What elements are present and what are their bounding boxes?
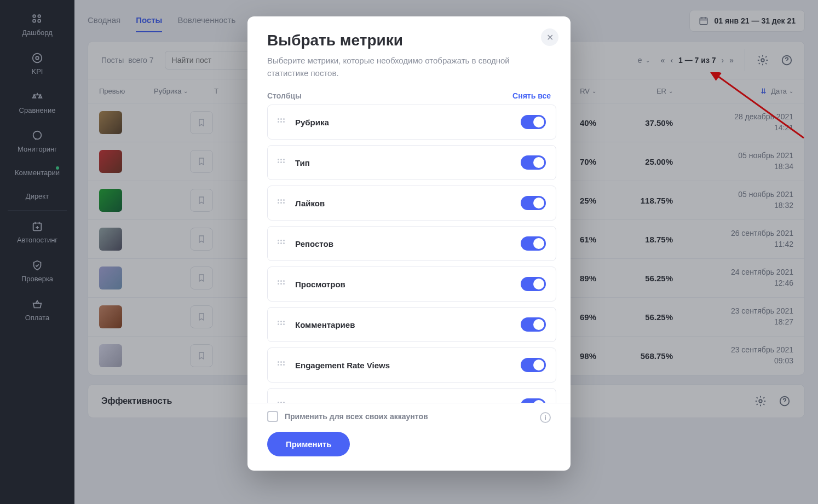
metric-row: Тип bbox=[267, 145, 556, 180]
metric-toggle[interactable] bbox=[521, 317, 546, 332]
modal-subtitle: Выберите метрики, которые необходимо ото… bbox=[267, 55, 551, 79]
metric-row: Engagement Rate Views bbox=[267, 347, 556, 383]
apply-all-label: Применить для всех своих аккаунтов bbox=[285, 412, 428, 421]
metric-name: Комментариев bbox=[295, 320, 355, 329]
metrics-list[interactable]: Рубрика Тип Лайков Репостов Просмотров К… bbox=[247, 105, 571, 403]
metric-toggle[interactable] bbox=[521, 398, 546, 403]
info-icon[interactable]: i bbox=[540, 412, 551, 423]
drag-handle-icon[interactable] bbox=[278, 361, 285, 369]
drag-handle-icon[interactable] bbox=[278, 321, 285, 328]
drag-handle-icon[interactable] bbox=[278, 199, 285, 207]
modal-overlay[interactable]: ✕ Выбрать метрики Выберите метрики, кото… bbox=[0, 0, 818, 504]
metric-name: Engagement Rate Views bbox=[295, 361, 390, 370]
metric-toggle[interactable] bbox=[521, 196, 546, 210]
metrics-modal: ✕ Выбрать метрики Выберите метрики, кото… bbox=[247, 16, 571, 471]
drag-handle-icon[interactable] bbox=[278, 118, 285, 126]
metric-name: Репостов bbox=[295, 239, 333, 248]
metric-row: Репостов bbox=[267, 226, 556, 261]
drag-handle-icon[interactable] bbox=[278, 159, 285, 166]
columns-label: Столбцы bbox=[267, 91, 302, 100]
metric-row: Комментариев bbox=[267, 307, 556, 342]
drag-handle-icon[interactable] bbox=[278, 240, 285, 247]
metric-row: Engagement Rate bbox=[267, 388, 556, 403]
metric-name: Тип bbox=[295, 158, 310, 167]
metric-toggle[interactable] bbox=[521, 277, 546, 291]
modal-title: Выбрать метрики bbox=[267, 32, 551, 49]
metric-name: Лайков bbox=[295, 199, 325, 208]
close-button[interactable]: ✕ bbox=[541, 28, 558, 46]
checkbox[interactable] bbox=[267, 411, 278, 422]
close-icon: ✕ bbox=[546, 32, 554, 43]
apply-all-row[interactable]: Применить для всех своих аккаунтов bbox=[267, 411, 551, 422]
metric-toggle[interactable] bbox=[521, 236, 546, 251]
drag-handle-icon[interactable] bbox=[278, 280, 285, 288]
metric-toggle[interactable] bbox=[521, 115, 546, 129]
metric-row: Просмотров bbox=[267, 267, 556, 302]
metric-row: Рубрика bbox=[267, 105, 556, 140]
metric-toggle[interactable] bbox=[521, 155, 546, 170]
metric-row: Лайков bbox=[267, 186, 556, 221]
metric-name: Рубрика bbox=[295, 118, 329, 127]
metric-name: Просмотров bbox=[295, 280, 345, 289]
metric-toggle[interactable] bbox=[521, 358, 546, 372]
clear-all-button[interactable]: Снять все bbox=[512, 91, 551, 100]
apply-button[interactable]: Применить bbox=[267, 432, 350, 456]
